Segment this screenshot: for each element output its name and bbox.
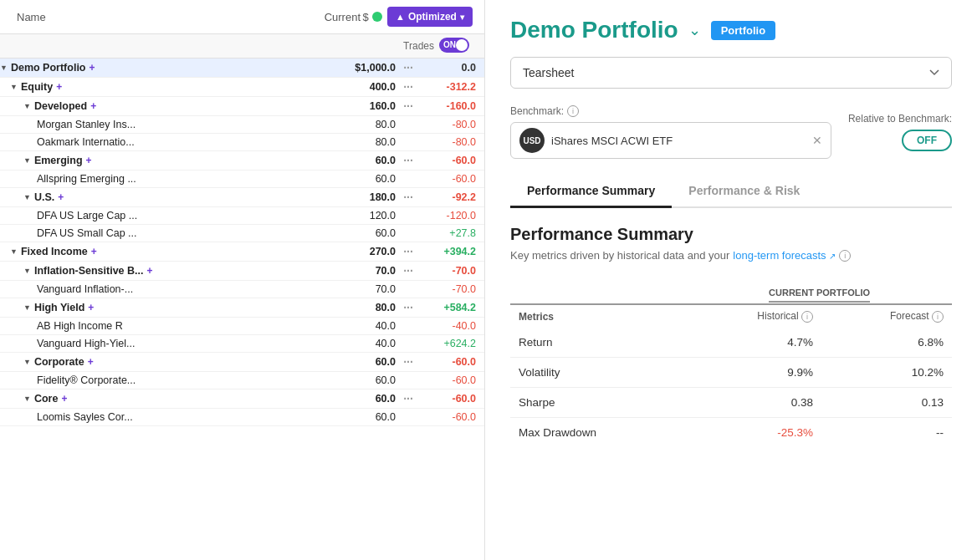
- metric-historical: 9.9%: [687, 358, 821, 388]
- tree-row-core[interactable]: ▼ Core + 60.0 ··· -60.0: [0, 389, 484, 409]
- row-label-ab-high-income: AB High Income R: [37, 320, 123, 332]
- plus-button-demo-portfolio[interactable]: +: [90, 62, 95, 74]
- row-label-fidelity-corporate: Fidelity® Corporate...: [37, 374, 136, 386]
- tree-row-dfa-small[interactable]: DFA US Small Cap ... 60.0 +27.8: [0, 225, 484, 242]
- benchmark-input[interactable]: [551, 135, 806, 147]
- tree-row-vanguard-high-yield[interactable]: Vanguard High-Yiel... 40.0 +624.2: [0, 335, 484, 353]
- benchmark-input-wrap: USD ✕: [510, 122, 831, 159]
- tab-performance-risk[interactable]: Performance & Risk: [672, 176, 816, 208]
- row-name-fidelity-corporate: Fidelity® Corporate...: [0, 374, 324, 386]
- row-name-vanguard-inflation: Vanguard Inflation-...: [0, 283, 324, 295]
- triangle-icon-demo-portfolio: ▼: [0, 64, 8, 72]
- row-label-us: U.S.: [34, 191, 54, 203]
- row-optimized-corporate: -60.0: [417, 356, 484, 368]
- benchmark-info-icon[interactable]: i: [567, 105, 579, 117]
- row-label-fixed-income: Fixed Income: [21, 246, 88, 257]
- row-dots-fixed-income[interactable]: ···: [399, 245, 417, 258]
- plus-button-corporate[interactable]: +: [88, 356, 94, 368]
- metric-forecast: 6.8%: [821, 328, 952, 358]
- row-current-ab-high-income: 40.0: [324, 320, 399, 332]
- row-dots-equity[interactable]: ···: [399, 80, 417, 94]
- row-dots-inflation-sensitive[interactable]: ···: [399, 264, 417, 277]
- row-current-us: 180.0: [324, 191, 399, 203]
- row-current-emerging: 60.0: [324, 155, 399, 166]
- tree-row-morgan-stanley[interactable]: Morgan Stanley Ins... 80.0 -80.0: [0, 116, 484, 134]
- plus-button-inflation-sensitive[interactable]: +: [147, 265, 153, 277]
- row-dots-us[interactable]: ···: [399, 191, 417, 204]
- portfolio-title: Demo Portfolio: [510, 17, 678, 43]
- tab-performance-summary[interactable]: Performance Summary: [510, 176, 672, 208]
- tree-row-dfa-large[interactable]: DFA US Large Cap ... 120.0 -120.0: [0, 207, 484, 225]
- tree-row-developed[interactable]: ▼ Developed + 160.0 ··· -160.0: [0, 97, 484, 116]
- row-dots-corporate[interactable]: ···: [399, 355, 417, 369]
- triangle-icon-us: ▼: [23, 193, 31, 201]
- current-portfolio-group-header: CURRENT PORTFOLIO: [687, 282, 952, 304]
- row-dots-demo-portfolio[interactable]: ···: [399, 61, 417, 74]
- row-dots-high-yield[interactable]: ···: [399, 301, 417, 314]
- row-label-loomis-sayles: Loomis Sayles Cor...: [37, 411, 133, 423]
- row-current-demo-portfolio: $1,000.0: [324, 62, 399, 74]
- metric-historical: 0.38: [687, 388, 821, 418]
- historical-info-icon[interactable]: i: [801, 311, 813, 323]
- row-optimized-core: -60.0: [417, 393, 484, 405]
- benchmark-section: Benchmark: i USD ✕: [510, 105, 831, 159]
- tree-row-ab-high-income[interactable]: AB High Income R 40.0 -40.0: [0, 318, 484, 335]
- row-optimized-high-yield: +584.2: [417, 302, 484, 313]
- triangle-icon-core: ▼: [23, 395, 31, 403]
- row-current-fixed-income: 270.0: [324, 246, 399, 257]
- tree-row-equity[interactable]: ▼ Equity + 400.0 ··· -312.2: [0, 78, 484, 97]
- metrics-row: Max Drawdown -25.3% --: [510, 418, 952, 448]
- row-label-oakmark: Oakmark Internatio...: [37, 136, 135, 148]
- tree-row-inflation-sensitive[interactable]: ▼ Inflation-Sensitive B... + 70.0 ··· -7…: [0, 262, 484, 281]
- tree-row-high-yield[interactable]: ▼ High Yield + 80.0 ··· +584.2: [0, 298, 484, 318]
- portfolio-chevron-icon[interactable]: ⌄: [688, 21, 701, 39]
- row-name-dfa-large: DFA US Large Cap ...: [0, 210, 324, 221]
- plus-button-emerging[interactable]: +: [86, 155, 92, 166]
- tree-row-fidelity-corporate[interactable]: Fidelity® Corporate... 60.0 -60.0: [0, 372, 484, 389]
- triangle-icon-developed: ▼: [23, 102, 31, 110]
- usd-badge: USD: [519, 128, 545, 153]
- triangle-icon-inflation-sensitive: ▼: [23, 267, 31, 275]
- perf-info-icon[interactable]: i: [839, 250, 851, 262]
- row-current-loomis-sayles: 60.0: [324, 411, 399, 423]
- tree-row-allspring[interactable]: Allspring Emerging ... 60.0 -60.0: [0, 171, 484, 188]
- plus-button-developed[interactable]: +: [90, 100, 96, 112]
- row-name-oakmark: Oakmark Internatio...: [0, 136, 324, 148]
- relative-label: Relative to Benchmark:: [848, 113, 952, 125]
- plus-button-fixed-income[interactable]: +: [91, 246, 97, 257]
- long-term-forecasts-link[interactable]: long-term forecasts ↗: [733, 249, 836, 262]
- row-dots-core[interactable]: ···: [399, 392, 417, 405]
- metric-label: Return: [510, 328, 687, 358]
- tree-row-emerging[interactable]: ▼ Emerging + 60.0 ··· -60.0: [0, 151, 484, 171]
- row-label-high-yield: High Yield: [34, 302, 84, 313]
- tree-row-vanguard-inflation[interactable]: Vanguard Inflation-... 70.0 -70.0: [0, 281, 484, 298]
- trades-toggle[interactable]: ON: [439, 38, 476, 54]
- tree-row-demo-portfolio[interactable]: ▼ Demo Portfolio + $1,000.0 ··· 0.0: [0, 59, 484, 78]
- benchmark-clear-button[interactable]: ✕: [812, 134, 822, 147]
- relative-toggle[interactable]: OFF: [902, 130, 952, 151]
- row-current-dfa-large: 120.0: [324, 210, 399, 221]
- tree-row-loomis-sayles[interactable]: Loomis Sayles Cor... 60.0 -60.0: [0, 409, 484, 426]
- plus-button-high-yield[interactable]: +: [88, 302, 94, 313]
- benchmark-row: Benchmark: i USD ✕ Relative to Benchmark…: [510, 105, 952, 159]
- metric-historical: -25.3%: [687, 418, 821, 448]
- row-dots-emerging[interactable]: ···: [399, 154, 417, 167]
- optimized-button[interactable]: ▲ Optimized ▾: [387, 7, 473, 27]
- forecast-info-icon[interactable]: i: [932, 311, 944, 323]
- tree-row-oakmark[interactable]: Oakmark Internatio... 80.0 -80.0: [0, 134, 484, 151]
- row-current-vanguard-high-yield: 40.0: [324, 338, 399, 349]
- row-current-developed: 160.0: [324, 100, 399, 112]
- tearsheet-select[interactable]: Tearsheet: [510, 57, 952, 89]
- tree-row-fixed-income[interactable]: ▼ Fixed Income + 270.0 ··· +394.2: [0, 242, 484, 262]
- tree-row-corporate[interactable]: ▼ Corporate + 60.0 ··· -60.0: [0, 353, 484, 372]
- plus-button-us[interactable]: +: [58, 191, 64, 203]
- metrics-table: CURRENT PORTFOLIO Metrics Historical i F…: [510, 282, 952, 447]
- row-optimized-vanguard-inflation: -70.0: [417, 283, 484, 295]
- row-dots-developed[interactable]: ···: [399, 99, 417, 113]
- row-name-dfa-small: DFA US Small Cap ...: [0, 227, 324, 239]
- tree-row-us[interactable]: ▼ U.S. + 180.0 ··· -92.2: [0, 188, 484, 207]
- row-label-vanguard-inflation: Vanguard Inflation-...: [37, 283, 133, 295]
- plus-button-core[interactable]: +: [61, 393, 67, 405]
- plus-button-equity[interactable]: +: [56, 81, 62, 93]
- metric-forecast: --: [821, 418, 952, 448]
